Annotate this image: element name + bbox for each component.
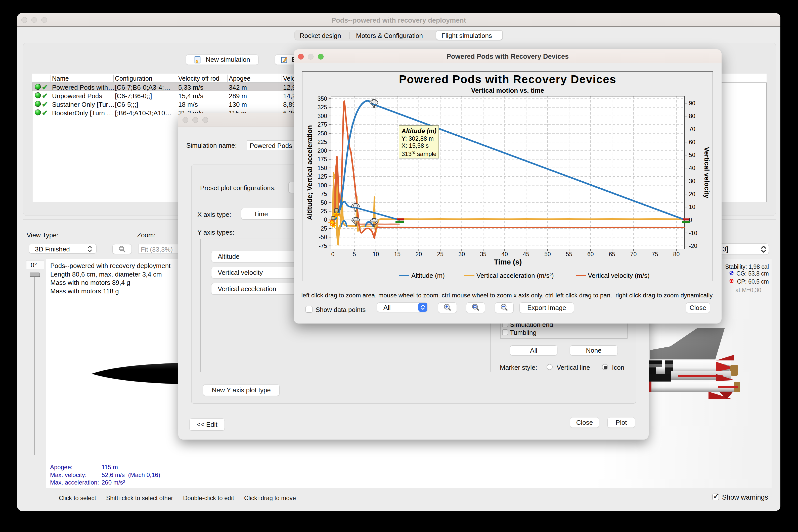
svg-text:50: 50	[544, 251, 551, 258]
svg-text:350: 350	[318, 95, 327, 102]
svg-text:10: 10	[689, 204, 695, 210]
svg-text:313rd sample: 313rd sample	[401, 150, 436, 157]
svg-text:250: 250	[318, 130, 327, 137]
svg-text:40: 40	[501, 251, 508, 258]
svg-text:Vertical acceleration (m/s²): Vertical acceleration (m/s²)	[476, 272, 554, 279]
svg-text:10: 10	[373, 251, 379, 258]
svg-text:60: 60	[689, 139, 695, 146]
svg-text:35: 35	[480, 251, 487, 258]
svg-text:80: 80	[673, 251, 680, 258]
svg-text:55: 55	[566, 251, 573, 258]
svg-text:50: 50	[689, 152, 695, 158]
svg-text:200: 200	[318, 148, 327, 154]
svg-text:65: 65	[609, 251, 615, 258]
svg-text:30: 30	[689, 178, 695, 184]
svg-text:50: 50	[321, 200, 327, 206]
svg-text:150: 150	[318, 165, 327, 171]
svg-text:-10: -10	[689, 230, 697, 236]
svg-text:5: 5	[353, 251, 356, 258]
svg-text:175: 175	[318, 156, 327, 163]
svg-text:Time (s): Time (s)	[494, 258, 522, 266]
svg-text:125: 125	[318, 173, 327, 180]
svg-text:Vertical velocity: Vertical velocity	[703, 147, 710, 198]
svg-text:40: 40	[689, 165, 695, 171]
svg-text:20: 20	[689, 191, 695, 197]
svg-text:25: 25	[321, 208, 327, 214]
svg-text:-20: -20	[689, 243, 697, 249]
svg-text:100: 100	[318, 182, 327, 189]
svg-text:75: 75	[652, 251, 658, 258]
svg-text:-50: -50	[319, 234, 327, 240]
svg-text:Powered Pods with Recovery Dev: Powered Pods with Recovery Devices	[399, 73, 616, 86]
svg-text:-75: -75	[319, 243, 327, 249]
svg-text:Altitude (m): Altitude (m)	[411, 272, 445, 279]
svg-text:60: 60	[587, 251, 594, 258]
svg-text:70: 70	[630, 251, 637, 258]
svg-text:20: 20	[416, 251, 422, 258]
svg-text:90: 90	[689, 100, 695, 107]
svg-text:30: 30	[458, 251, 465, 258]
svg-text:Y: 302,88 m: Y: 302,88 m	[401, 135, 434, 142]
svg-text:80: 80	[689, 113, 695, 119]
svg-text:X: 15,58 s: X: 15,58 s	[401, 142, 429, 149]
svg-text:70: 70	[689, 126, 695, 132]
svg-text:0: 0	[331, 251, 334, 258]
svg-text:300: 300	[318, 113, 327, 119]
svg-text:Vertical velocity (m/s): Vertical velocity (m/s)	[588, 272, 650, 279]
svg-text:225: 225	[318, 139, 327, 145]
svg-text:0: 0	[324, 216, 327, 223]
svg-text:-25: -25	[319, 225, 327, 232]
svg-text:Altitude; Vertical acceleratio: Altitude; Vertical acceleration	[306, 125, 313, 220]
svg-text:Altitude (m): Altitude (m)	[401, 127, 436, 134]
svg-text:325: 325	[318, 104, 327, 111]
svg-text:15: 15	[394, 251, 400, 258]
svg-text:Vertical motion vs. time: Vertical motion vs. time	[471, 87, 544, 94]
svg-text:75: 75	[321, 191, 327, 197]
svg-text:275: 275	[318, 121, 327, 128]
svg-text:45: 45	[523, 251, 529, 258]
svg-text:25: 25	[437, 251, 443, 258]
